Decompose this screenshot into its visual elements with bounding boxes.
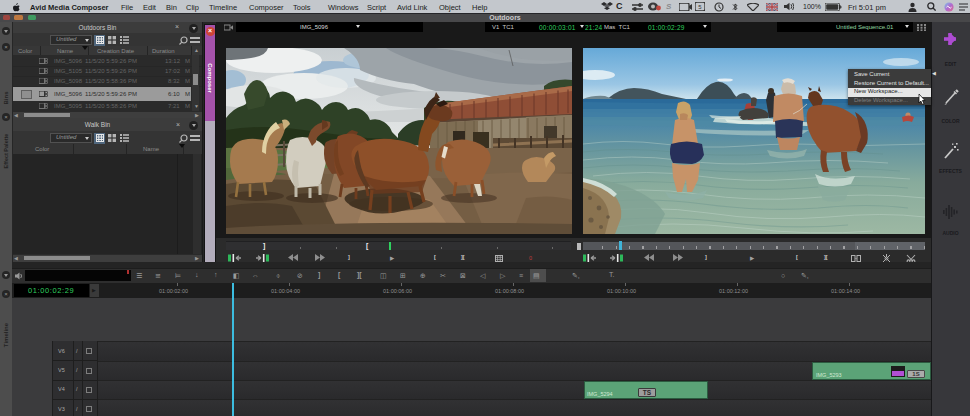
svg-text:5: 5	[698, 4, 702, 10]
